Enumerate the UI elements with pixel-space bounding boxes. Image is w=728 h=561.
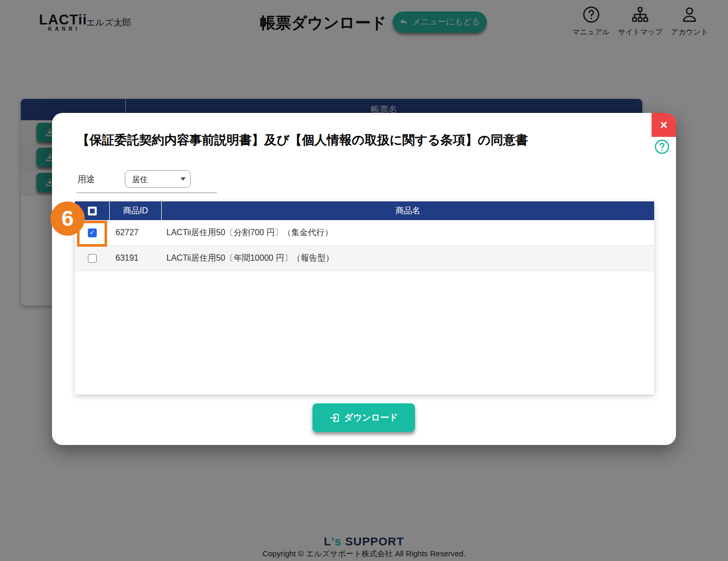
product-id: 63191 bbox=[109, 253, 161, 263]
product-checkbox-unchecked[interactable] bbox=[88, 254, 97, 263]
product-row: 62727 LACTii居住用50〔分割700 円〕（集金代行） bbox=[75, 220, 654, 246]
product-name-header: 商品名 bbox=[161, 201, 654, 220]
download-button-label: ダウンロード bbox=[344, 412, 398, 424]
export-arrow-icon bbox=[330, 413, 340, 423]
download-button[interactable]: ダウンロード bbox=[313, 403, 415, 432]
product-table-header: 商品ID 商品名 bbox=[75, 201, 654, 220]
product-row: 63191 LACTii居住用50〔年間10000 円〕（報告型） bbox=[75, 246, 654, 271]
usage-select[interactable]: 居住 bbox=[125, 170, 191, 188]
product-id: 62727 bbox=[109, 228, 161, 237]
product-checkbox-checked[interactable] bbox=[88, 228, 97, 237]
usage-underline bbox=[76, 193, 217, 193]
annotation-step-6: 6 bbox=[50, 201, 85, 236]
usage-label: 用途 bbox=[77, 173, 95, 185]
modal-help-icon[interactable] bbox=[654, 139, 670, 155]
modal-close-button[interactable]: × bbox=[652, 113, 676, 137]
product-table: 商品ID 商品名 62727 LACTii居住用50〔分割700 円〕（集金代行… bbox=[75, 201, 654, 394]
product-id-header: 商品ID bbox=[109, 201, 161, 220]
product-name: LACTii居住用50〔年間10000 円〕（報告型） bbox=[161, 253, 654, 264]
product-checkbox-cell bbox=[75, 254, 109, 263]
agreement-download-modal: × 【保証委託契約内容事前説明書】及び【個人情報の取扱に関する条項】の同意書 用… bbox=[52, 113, 676, 445]
modal-title: 【保証委託契約内容事前説明書】及び【個人情報の取扱に関する条項】の同意書 bbox=[77, 132, 528, 148]
select-all-checkbox[interactable] bbox=[88, 207, 97, 215]
product-name: LACTii居住用50〔分割700 円〕（集金代行） bbox=[161, 227, 654, 238]
usage-select-wrapper: 居住 bbox=[125, 170, 191, 188]
